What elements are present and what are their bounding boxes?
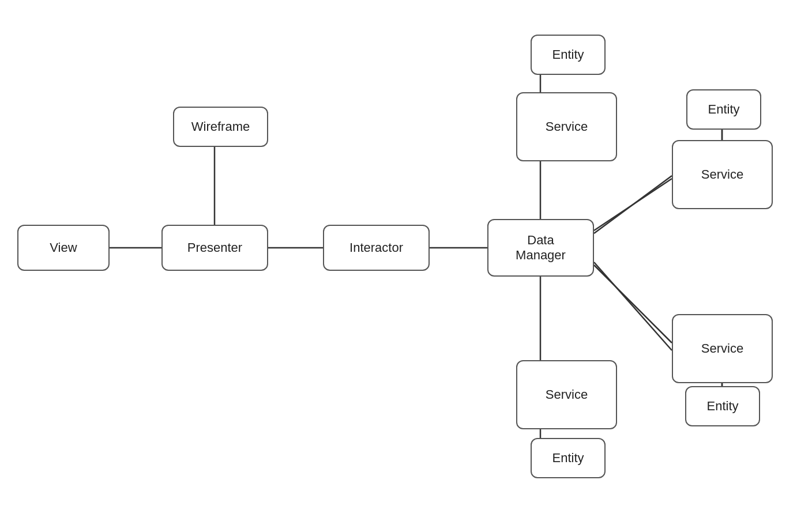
node-service3: Service bbox=[672, 140, 773, 209]
node-service4: Service bbox=[516, 360, 617, 429]
node-datamanager: Data Manager bbox=[487, 219, 594, 277]
svg-line-13 bbox=[594, 262, 672, 350]
svg-line-9 bbox=[594, 265, 672, 343]
svg-line-8 bbox=[594, 179, 672, 230]
node-entity2: Entity bbox=[685, 386, 760, 426]
node-service2: Service bbox=[672, 314, 773, 383]
node-entity4: Entity bbox=[531, 438, 606, 478]
node-wireframe: Wireframe bbox=[173, 107, 268, 147]
node-presenter: Presenter bbox=[161, 225, 268, 271]
node-entity1: Entity bbox=[531, 35, 606, 75]
node-interactor: Interactor bbox=[323, 225, 430, 271]
diagram-container: ViewPresenterWireframeInteractorData Man… bbox=[0, 0, 812, 514]
node-view: View bbox=[17, 225, 110, 271]
node-entity3: Entity bbox=[686, 89, 761, 130]
node-service1: Service bbox=[516, 92, 617, 161]
svg-line-12 bbox=[594, 176, 672, 233]
